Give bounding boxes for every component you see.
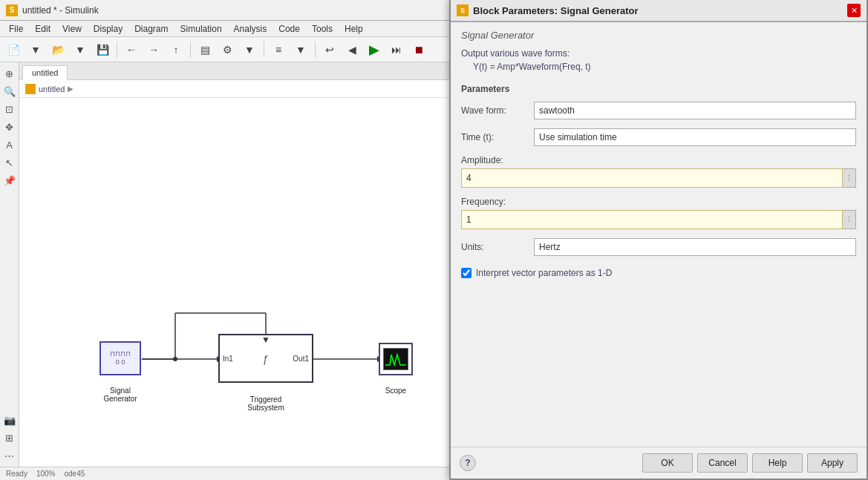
units-row: Units: Hertz rad/sec (461, 238, 856, 256)
menu-file[interactable]: File (3, 22, 29, 36)
status-zoom: 100% (36, 470, 56, 478)
trigger-port-symbol: ▼ (261, 335, 270, 345)
frequency-label: Frequency: (461, 197, 856, 207)
wave-form-row: Wave form: sine square sawtooth random (461, 102, 856, 119)
run-button[interactable]: ▶ (364, 40, 385, 59)
port-in1-label: In1 (223, 355, 233, 363)
sidebar-layer[interactable]: ⊞ (1, 430, 18, 446)
menu-display[interactable]: Display (88, 22, 128, 36)
dropdown-new[interactable]: ▼ (25, 40, 46, 59)
sidebar-zoom-in[interactable]: 🔍 (1, 83, 18, 99)
signal-generator-label: Signal Generator (85, 378, 156, 403)
cancel-button[interactable]: Cancel (697, 453, 748, 467)
list-button[interactable]: ≡ (268, 40, 289, 59)
menu-analysis[interactable]: Analysis (228, 22, 273, 36)
dialog-description: Output various wave forms: Y(t) = Amp*Wa… (461, 62, 856, 73)
units-label: Units: (461, 242, 528, 252)
frequency-input-wrapper: ⋮ (461, 210, 856, 229)
redo-button[interactable]: → (143, 40, 164, 59)
separator-1 (117, 42, 117, 58)
triggered-subsystem-label: TriggeredSubsystem (218, 387, 313, 412)
vector-params-checkbox[interactable] (461, 268, 471, 278)
time-select-wrapper: Use simulation time Use external signal (534, 128, 856, 146)
frequency-section: Frequency: ⋮ (461, 197, 856, 234)
status-ready: Ready (6, 470, 27, 478)
breadcrumb-model[interactable]: untitled (39, 85, 65, 93)
undo-button[interactable]: ← (121, 40, 142, 59)
sidebar-zoom-fit[interactable]: ⊕ (1, 65, 18, 82)
library-button[interactable]: ▤ (195, 40, 215, 59)
step-fwd-button[interactable]: ⏭ (386, 40, 407, 59)
stop-button[interactable]: ⏹ (408, 40, 429, 59)
menu-edit[interactable]: Edit (29, 22, 56, 36)
checkbox-row: Interpret vector parameters as 1-D (461, 268, 856, 278)
menu-view[interactable]: View (56, 22, 88, 36)
separator-2 (190, 42, 191, 58)
dialog-desc-formula: Y(t) = Amp*Waveform(Freq, t) (473, 62, 856, 73)
new-button[interactable]: 📄 (3, 40, 24, 59)
open-button[interactable]: 📂 (48, 40, 68, 59)
save-button[interactable]: 💾 (92, 40, 113, 59)
time-select[interactable]: Use simulation time Use external signal (534, 128, 856, 146)
menu-diagram[interactable]: Diagram (128, 22, 174, 36)
svg-point-3 (173, 357, 177, 361)
dialog-params-label: Parameters (461, 84, 856, 94)
checkbox-label: Interpret vector parameters as 1-D (476, 268, 612, 278)
signal-generator-block[interactable]: ⊓⊓⊓⊓ 0 0 (99, 341, 141, 375)
frequency-input-row: ⋮ (461, 210, 856, 229)
tab-untitled[interactable]: untitled (22, 65, 68, 80)
breadcrumb-arrow: ▶ (68, 85, 74, 93)
up-button[interactable]: ↑ (166, 40, 186, 59)
apply-button[interactable]: Apply (807, 453, 858, 467)
units-select-wrapper: Hertz rad/sec (534, 238, 856, 256)
time-label: Time (t): (461, 132, 528, 142)
status-solver: ode45 (64, 470, 85, 478)
separator-4 (315, 42, 316, 58)
main-area: ⊕ 🔍 ⊡ ✥ A ↖ 📌 📷 ⊞ ⋯ untitled untitled ▶ (0, 62, 868, 467)
sidebar-pin[interactable]: 📌 (1, 172, 18, 188)
port-out1-label: Out1 (293, 355, 309, 363)
menu-tools[interactable]: Tools (306, 22, 339, 36)
settings-dropdown[interactable]: ▼ (239, 40, 260, 59)
trigger-symbol: ƒ (263, 353, 269, 365)
units-select[interactable]: Hertz rad/sec (534, 238, 856, 256)
scope-label: Scope (379, 378, 413, 395)
sidebar-text[interactable]: A (1, 137, 18, 153)
amplitude-label: Amplitude: (461, 155, 856, 165)
help-button[interactable]: Help (752, 453, 803, 467)
rewind-button[interactable]: ↩ (319, 40, 340, 59)
amplitude-input-row: ⋮ (461, 168, 856, 188)
dropdown-open[interactable]: ▼ (70, 40, 91, 59)
sidebar-zoom-out[interactable]: ⊡ (1, 101, 18, 117)
dialog-footer: ? OK Cancel Help Apply (451, 447, 867, 467)
amplitude-input-wrapper: ⋮ (461, 168, 856, 188)
time-row: Time (t): Use simulation time Use extern… (461, 128, 856, 146)
ok-button[interactable]: OK (642, 453, 693, 467)
amplitude-section: Amplitude: ⋮ (461, 155, 856, 192)
scope-block[interactable] (379, 343, 413, 375)
step-back-button[interactable]: ◀ (342, 40, 362, 59)
amplitude-input[interactable] (461, 168, 843, 188)
settings-button[interactable]: ⚙ (217, 40, 238, 59)
app-icon: S (6, 4, 18, 16)
sidebar-cursor[interactable]: ↖ (1, 154, 18, 171)
sidebar-pan[interactable]: ✥ (1, 119, 18, 135)
menu-simulation[interactable]: Simulation (174, 22, 228, 36)
sidebar-camera[interactable]: 📷 (1, 412, 18, 428)
wave-form-label: Wave form: (461, 105, 528, 116)
help-icon-button[interactable]: ? (460, 455, 476, 467)
wave-form-select-wrapper: sine square sawtooth random (534, 102, 856, 119)
block-parameters-dialog: S Block Parameters: Signal Generator ✕ S… (449, 62, 868, 467)
separator-3 (264, 42, 264, 58)
frequency-action-button[interactable]: ⋮ (843, 210, 856, 229)
menu-help[interactable]: Help (339, 22, 369, 36)
menu-code[interactable]: Code (273, 22, 306, 36)
frequency-input[interactable] (461, 210, 843, 229)
wave-form-select[interactable]: sine square sawtooth random (534, 102, 856, 119)
triggered-subsystem-block[interactable]: In1 Out1 ƒ ▼ (218, 334, 313, 383)
amplitude-action-button[interactable]: ⋮ (843, 168, 856, 188)
window-title: untitled * - Simulink (22, 5, 99, 16)
list-dropdown[interactable]: ▼ (290, 40, 311, 59)
sidebar-more[interactable]: ⋯ (1, 447, 18, 464)
breadcrumb-icon (25, 84, 36, 94)
